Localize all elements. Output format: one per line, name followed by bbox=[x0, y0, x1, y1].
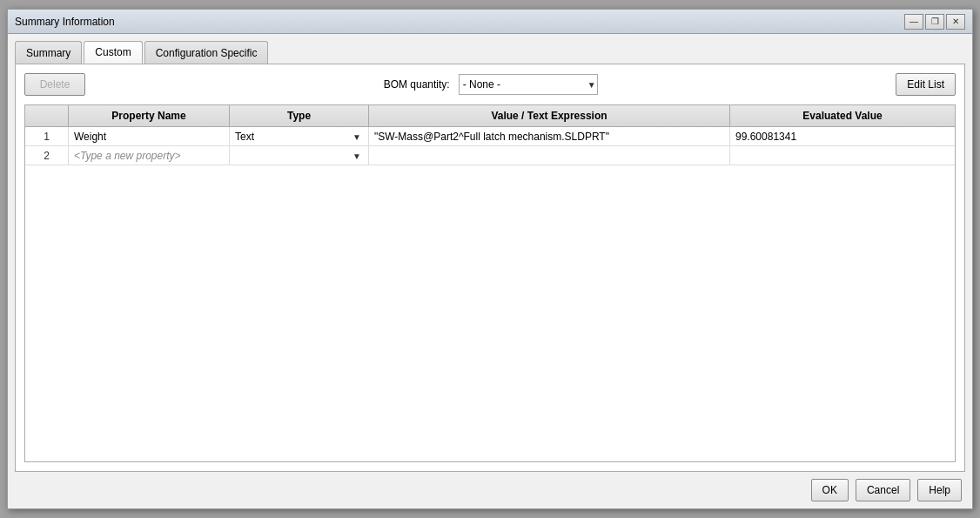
bom-section: BOM quantity: - None -MasterParent ▼ bbox=[384, 74, 598, 95]
col-header-type: Type bbox=[230, 105, 369, 126]
row1-property-name[interactable]: Weight bbox=[69, 127, 230, 145]
close-button[interactable]: ✕ bbox=[946, 14, 965, 30]
row2-type-select[interactable]: Text Number Date bbox=[235, 150, 363, 162]
row1-type-select[interactable]: Text Number Date Yes or No bbox=[235, 131, 363, 143]
title-bar: Summary Information — ❐ ✕ bbox=[8, 10, 972, 34]
tab-custom[interactable]: Custom bbox=[84, 41, 142, 64]
help-button[interactable]: Help bbox=[917, 479, 962, 501]
row1-type-wrapper: Text Number Date Yes or No ▼ bbox=[235, 131, 363, 143]
footer: OK Cancel Help bbox=[15, 472, 965, 501]
row2-type[interactable]: Text Number Date ▼ bbox=[230, 146, 369, 165]
col-header-property-name: Property Name bbox=[69, 105, 230, 126]
col-header-value: Value / Text Expression bbox=[369, 105, 730, 126]
table-row[interactable]: 1 Weight Text Number Date Yes or No ▼ bbox=[25, 127, 955, 146]
row2-num: 2 bbox=[25, 146, 69, 165]
ok-button[interactable]: OK bbox=[811, 479, 849, 501]
table-row[interactable]: 2 <Type a new property> Text Number Date bbox=[25, 146, 955, 165]
table-body: 1 Weight Text Number Date Yes or No ▼ bbox=[25, 127, 955, 461]
minimize-button[interactable]: — bbox=[904, 14, 923, 30]
row1-num: 1 bbox=[25, 127, 69, 145]
row1-value[interactable]: "SW-Mass@Part2^Full latch mechanism.SLDP… bbox=[369, 127, 730, 145]
main-window: Summary Information — ❐ ✕ Summary Custom… bbox=[7, 9, 973, 509]
bom-label: BOM quantity: bbox=[384, 78, 450, 91]
tab-content: Delete BOM quantity: - None -MasterParen… bbox=[15, 64, 965, 472]
edit-list-button[interactable]: Edit List bbox=[896, 73, 956, 96]
window-controls: — ❐ ✕ bbox=[904, 14, 965, 30]
window-title: Summary Information bbox=[15, 16, 115, 28]
top-row: Delete BOM quantity: - None -MasterParen… bbox=[24, 73, 956, 96]
row1-evaluated: 99.60081341 bbox=[730, 127, 955, 145]
row2-type-wrapper: Text Number Date ▼ bbox=[235, 150, 363, 162]
table-header: Property Name Type Value / Text Expressi… bbox=[25, 105, 955, 127]
bom-dropdown[interactable]: - None -MasterParent bbox=[459, 74, 598, 95]
row2-value[interactable] bbox=[369, 146, 730, 165]
delete-button[interactable]: Delete bbox=[24, 73, 85, 96]
row2-property-name[interactable]: <Type a new property> bbox=[69, 146, 230, 165]
window-body: Summary Custom Configuration Specific De… bbox=[8, 34, 972, 508]
row1-type[interactable]: Text Number Date Yes or No ▼ bbox=[230, 127, 369, 145]
col-header-num bbox=[25, 105, 69, 126]
col-header-evaluated: Evaluated Value bbox=[730, 105, 955, 126]
bom-dropdown-wrapper: - None -MasterParent ▼ bbox=[459, 74, 598, 95]
properties-table: Property Name Type Value / Text Expressi… bbox=[24, 104, 956, 462]
cancel-button[interactable]: Cancel bbox=[856, 479, 910, 501]
tabs-row: Summary Custom Configuration Specific bbox=[15, 41, 965, 64]
row2-property-placeholder: <Type a new property> bbox=[74, 150, 181, 162]
row2-evaluated bbox=[730, 146, 955, 165]
restore-button[interactable]: ❐ bbox=[925, 14, 944, 30]
tab-summary[interactable]: Summary bbox=[15, 41, 82, 64]
tab-config[interactable]: Configuration Specific bbox=[144, 41, 269, 64]
